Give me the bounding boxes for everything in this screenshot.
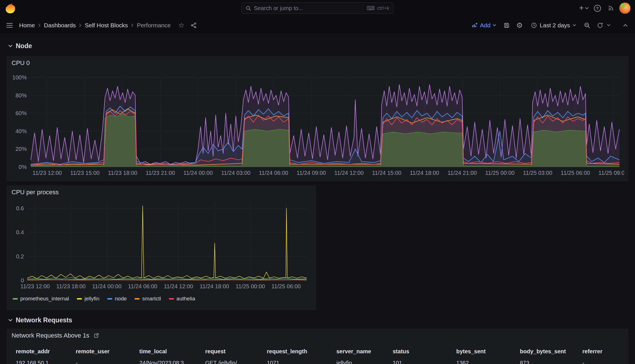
external-link-icon[interactable] [93, 332, 99, 339]
time-range-label: Last 2 days [540, 22, 570, 29]
chevron-down-icon [8, 319, 12, 321]
share-button[interactable] [189, 20, 199, 30]
refresh-button[interactable] [595, 20, 605, 30]
chevron-right-icon [38, 24, 41, 27]
svg-text:11/24 00:00: 11/24 00:00 [92, 283, 121, 289]
svg-text:11/25 09:00: 11/25 09:00 [598, 170, 624, 176]
collapse-topbar-button[interactable] [620, 20, 630, 30]
help-button[interactable]: ? [592, 3, 602, 13]
col-request-length[interactable]: request_length [267, 347, 336, 358]
col-status[interactable]: status [393, 347, 456, 358]
breadcrumb-folder[interactable]: Self Host Blocks [85, 22, 128, 29]
svg-text:40%: 40% [15, 128, 27, 134]
add-panel-icon [471, 22, 478, 28]
svg-text:11/24 00:00: 11/24 00:00 [184, 170, 213, 176]
plus-icon: + [579, 4, 583, 12]
favorite-button[interactable]: ☆ [176, 20, 186, 30]
cell-request-length: 1071 [267, 358, 336, 364]
search-icon [246, 6, 251, 11]
cell-referrer: - [582, 358, 623, 364]
news-button[interactable] [606, 3, 616, 13]
cell-status: 101 [393, 358, 456, 364]
add-button[interactable]: Add [469, 20, 498, 31]
save-dashboard-button[interactable] [502, 20, 512, 30]
breadcrumb: Home Dashboards Self Host Blocks Perform… [19, 22, 171, 29]
col-referrer[interactable]: referrer [582, 347, 623, 358]
legend-item-authelia[interactable]: authelia [169, 296, 195, 302]
legend-label: authelia [176, 296, 195, 302]
svg-text:0.6: 0.6 [16, 205, 24, 211]
col-server-name[interactable]: server_name [336, 347, 393, 358]
chevron-down-icon [607, 24, 610, 26]
cpu0-panel: CPU 0 11/23 12:0011/23 15:0011/23 18:001… [7, 56, 628, 181]
new-menu-button[interactable]: + [579, 3, 589, 13]
cell-bytes-sent: 1362 [456, 358, 520, 364]
table-header-row: remote_addr remote_user time_local reque… [16, 347, 623, 358]
grafana-logo[interactable] [5, 2, 16, 14]
cpu-per-process-chart[interactable]: 11/23 12:0011/23 18:0011/24 00:0011/24 0… [12, 197, 312, 293]
chevron-down-icon [8, 45, 12, 47]
cell-request: GET /jellyfin/ [205, 358, 267, 364]
legend-label: node [115, 296, 127, 302]
svg-text:11/24 12:00: 11/24 12:00 [164, 283, 193, 289]
legend-swatch [135, 298, 140, 300]
menu-toggle-button[interactable] [5, 20, 15, 30]
cpu0-chart[interactable]: 11/23 12:0011/23 15:0011/23 18:0011/23 2… [12, 68, 624, 180]
clock-icon [531, 22, 537, 28]
search-input[interactable]: Search or jump to... ⌨ ctrl+k [242, 3, 393, 14]
network-requests-panel-title[interactable]: Network Requests Above 1s [12, 332, 89, 339]
svg-text:60%: 60% [15, 110, 27, 116]
svg-text:11/23 21:00: 11/23 21:00 [146, 170, 175, 176]
cpu0-panel-title[interactable]: CPU 0 [12, 59, 30, 67]
save-icon [504, 22, 510, 28]
search-placeholder: Search or jump to... [254, 5, 364, 12]
dashboard-settings-button[interactable]: ⚙ [515, 20, 525, 30]
legend-label: prometheus_internal [20, 296, 69, 302]
svg-text:11/25 00:00: 11/25 00:00 [236, 283, 265, 289]
svg-text:11/24 15:00: 11/24 15:00 [372, 170, 401, 176]
cell-body-bytes-sent: 873 [520, 358, 582, 364]
star-icon: ☆ [178, 21, 185, 29]
time-range-picker[interactable]: Last 2 days [527, 20, 579, 31]
legend-swatch [169, 298, 174, 300]
legend-item-smartctl[interactable]: smartctl [135, 296, 161, 302]
col-remote-addr[interactable]: remote_addr [16, 347, 76, 358]
svg-text:11/24 06:00: 11/24 06:00 [259, 170, 288, 176]
svg-text:100%: 100% [12, 74, 27, 81]
keyboard-icon: ⌨ [367, 5, 375, 12]
legend-label: jellyfin [84, 296, 99, 302]
legend-item-jellyfin[interactable]: jellyfin [77, 296, 99, 302]
legend-item-node[interactable]: node [107, 296, 127, 302]
svg-text:11/25 06:00: 11/25 06:00 [272, 283, 301, 289]
col-time-local[interactable]: time_local [139, 347, 205, 358]
svg-text:0.2: 0.2 [16, 253, 24, 260]
svg-text:0.4: 0.4 [16, 229, 24, 235]
svg-text:80%: 80% [15, 92, 27, 99]
svg-text:20%: 20% [15, 146, 27, 152]
cpu-per-process-panel-title[interactable]: CPU per process [12, 189, 59, 196]
breadcrumb-dashboards[interactable]: Dashboards [44, 22, 76, 29]
search-shortcut-label: ctrl+k [377, 5, 389, 11]
col-body-bytes-sent[interactable]: body_bytes_sent [520, 347, 582, 358]
col-bytes-sent[interactable]: bytes_sent [456, 347, 520, 358]
svg-text:11/24 06:00: 11/24 06:00 [128, 283, 157, 289]
svg-text:11/23 15:00: 11/23 15:00 [70, 170, 100, 176]
gear-icon: ⚙ [516, 21, 523, 30]
breadcrumb-home[interactable]: Home [19, 22, 35, 29]
zoom-out-button[interactable] [582, 20, 592, 30]
svg-text:11/24 09:00: 11/24 09:00 [297, 170, 326, 176]
svg-text:11/23 18:00: 11/23 18:00 [56, 283, 86, 289]
section-node-toggle[interactable]: Node [8, 42, 32, 50]
legend-item-prometheus-internal[interactable]: prometheus_internal [13, 296, 69, 302]
svg-text:11/24 12:00: 11/24 12:00 [334, 170, 364, 176]
refresh-interval-dropdown[interactable] [605, 20, 612, 30]
question-mark-icon: ? [594, 5, 601, 12]
rss-icon [607, 5, 614, 12]
col-remote-user[interactable]: remote_user [76, 347, 139, 358]
network-requests-panel: Network Requests Above 1s remote_addr re… [7, 329, 628, 364]
col-request[interactable]: request [205, 347, 267, 358]
user-avatar[interactable] [619, 3, 630, 14]
breadcrumb-current: Performance [137, 22, 171, 29]
svg-text:11/25 03:00: 11/25 03:00 [523, 170, 552, 176]
section-network-requests-toggle[interactable]: Network Requests [8, 316, 72, 324]
